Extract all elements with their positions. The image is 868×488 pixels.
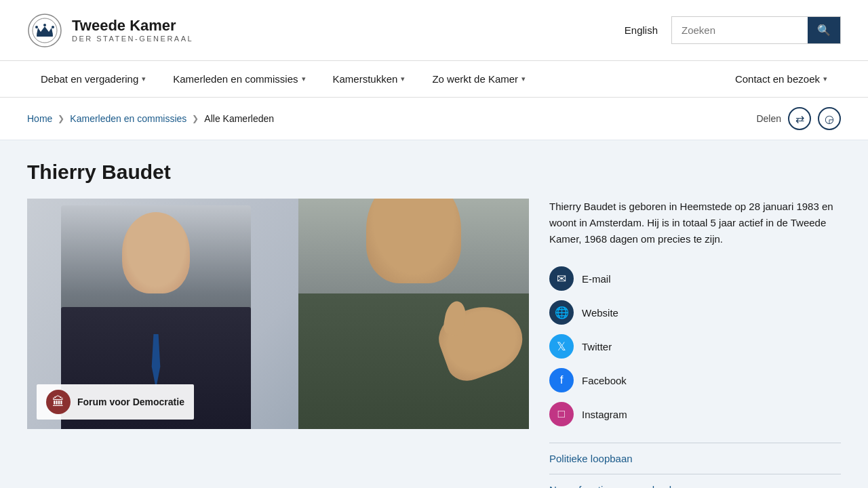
- page-title: Thierry Baudet: [27, 161, 841, 184]
- logo-title: Tweede Kamer: [72, 18, 193, 34]
- tk-logo-icon: [27, 13, 62, 48]
- nav-right: Contact en bezoek ▾: [722, 61, 841, 97]
- language-link[interactable]: English: [625, 24, 658, 36]
- web-icon: 🌐: [549, 300, 574, 325]
- chevron-down-icon: ▾: [142, 75, 146, 83]
- search-input[interactable]: [672, 18, 808, 43]
- logo-text: Tweede Kamer DER STATEN-GENERAAL: [72, 18, 193, 42]
- breadcrumb-current: Alle Kamerleden: [204, 113, 274, 124]
- email-link[interactable]: ✉ E-mail: [549, 264, 841, 293]
- share-area: Delen ⇄ ◶: [756, 107, 841, 130]
- svg-marker-3: [37, 26, 53, 35]
- party-badge: 🏛 Forum voor Democratie: [37, 384, 194, 420]
- breadcrumb-kamerleden[interactable]: Kamerleden en commissies: [70, 113, 186, 124]
- chevron-down-icon: ▾: [823, 75, 827, 83]
- main-content: Thierry Baudet: [0, 140, 868, 488]
- svg-rect-2: [37, 35, 53, 37]
- photo-card: 🏛 Forum voor Democratie: [27, 199, 529, 429]
- header: Tweede Kamer DER STATEN-GENERAAL English…: [0, 0, 868, 61]
- person-left-head: [122, 212, 190, 293]
- breadcrumb-bar: Home ❯ Kamerleden en commissies ❯ Alle K…: [0, 98, 868, 140]
- nav-item-kamerleden[interactable]: Kamerleden en commissies ▾: [159, 61, 319, 97]
- chevron-down-icon: ▾: [521, 75, 526, 83]
- svg-point-6: [52, 26, 54, 28]
- loopbaan-link[interactable]: Politieke loopbaan: [549, 443, 841, 474]
- email-icon: ✉: [549, 266, 574, 291]
- logo-subtitle: DER STATEN-GENERAAL: [72, 35, 193, 43]
- nav-left: Debat en vergadering ▾ Kamerleden en com…: [27, 61, 539, 97]
- twitter-icon: 𝕏: [549, 334, 574, 359]
- breadcrumb-home[interactable]: Home: [27, 113, 52, 124]
- person-left-tie: [150, 334, 162, 388]
- breadcrumb-separator: ❯: [192, 114, 199, 123]
- nav-item-kamerstukken[interactable]: Kamerstukken ▾: [319, 61, 419, 97]
- instagram-icon: □: [549, 402, 574, 426]
- bio-text: Thierry Baudet is geboren in Heemstede o…: [549, 199, 841, 247]
- instagram-link[interactable]: □ Instagram: [549, 399, 841, 429]
- twitter-link[interactable]: 𝕏 Twitter: [549, 331, 841, 361]
- header-right: English 🔍: [625, 16, 841, 44]
- main-nav: Debat en vergadering ▾ Kamerleden en com…: [0, 61, 868, 98]
- bottom-links: Politieke loopbaan Nevenfuncties en gesc…: [549, 443, 841, 488]
- search-button[interactable]: 🔍: [808, 17, 840, 43]
- chevron-down-icon: ▾: [302, 75, 306, 83]
- svg-point-4: [35, 26, 38, 28]
- rss-button[interactable]: ◶: [818, 107, 841, 130]
- search-box: 🔍: [671, 16, 841, 44]
- svg-point-5: [43, 24, 46, 26]
- party-name: Forum voor Democratie: [77, 396, 184, 408]
- person-right-head: [366, 199, 461, 283]
- right-panel: Thierry Baudet is geboren in Heemstede o…: [549, 199, 841, 488]
- breadcrumb-separator: ❯: [58, 114, 64, 123]
- person-right: [298, 199, 529, 429]
- share-label: Delen: [756, 113, 781, 124]
- nav-item-debat[interactable]: Debat en vergadering ▾: [27, 61, 159, 97]
- logo-area: Tweede Kamer DER STATEN-GENERAAL: [27, 13, 193, 48]
- breadcrumb: Home ❯ Kamerleden en commissies ❯ Alle K…: [27, 113, 274, 124]
- share-button[interactable]: ⇄: [788, 107, 811, 130]
- nevenfuncties-link[interactable]: Nevenfuncties en geschenken: [549, 474, 841, 488]
- content-area: 🏛 Forum voor Democratie Thierry Baudet i…: [27, 199, 841, 488]
- nav-item-zo-werkt[interactable]: Zo werkt de Kamer ▾: [418, 61, 539, 97]
- nav-item-contact[interactable]: Contact en bezoek ▾: [722, 61, 841, 97]
- website-link[interactable]: 🌐 Website: [549, 298, 841, 327]
- facebook-link[interactable]: f Facebook: [549, 365, 841, 395]
- photo-inner: 🏛 Forum voor Democratie: [27, 199, 529, 429]
- social-links: ✉ E-mail 🌐 Website 𝕏 Twitter f Facebook …: [549, 264, 841, 429]
- party-icon: 🏛: [46, 390, 71, 414]
- facebook-icon: f: [549, 368, 574, 392]
- chevron-down-icon: ▾: [401, 75, 405, 83]
